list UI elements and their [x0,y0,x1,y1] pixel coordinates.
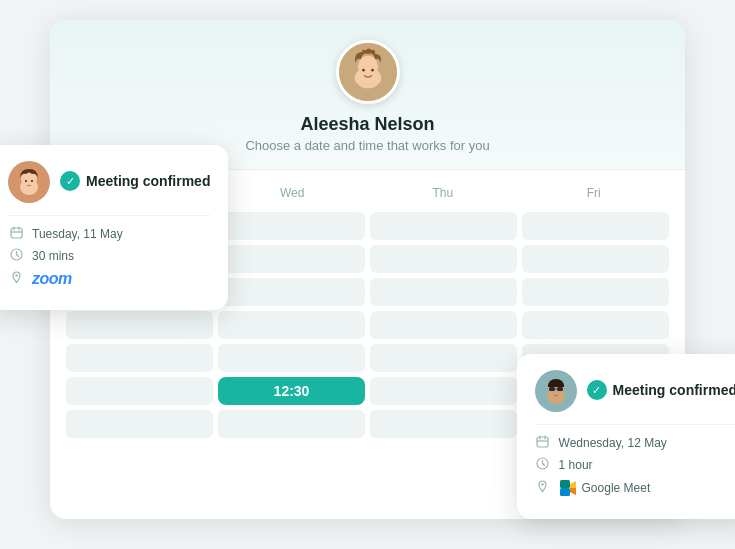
confirm-title-row-right: ✓ Meeting confirmed [587,380,735,400]
svg-line-30 [543,464,545,466]
slot-wed-5[interactable] [218,344,365,372]
slot-thu-2[interactable] [370,245,517,273]
detail-duration-right: 1 hour [535,457,735,473]
divider-right [535,424,735,425]
slot-thu-4[interactable] [370,311,517,339]
slot-tue-5[interactable] [66,344,213,372]
day-fri: Fri [518,182,669,204]
host-subtitle: Choose a date and time that works for yo… [245,138,489,153]
svg-rect-32 [560,480,570,488]
location-icon-left [8,271,24,287]
gmeet-text: Google Meet [582,481,651,495]
detail-duration-left: 30 mins [8,248,210,264]
divider-left [8,215,210,216]
svg-point-17 [15,274,17,276]
calendar-icon-right [535,435,551,451]
svg-point-2 [358,56,378,78]
slot-wed-7[interactable] [218,410,365,438]
detail-date-right: Wednesday, 12 May [535,435,735,451]
slot-wed-4[interactable] [218,311,365,339]
slot-fri-2[interactable] [522,245,669,273]
svg-rect-21 [549,387,555,391]
svg-rect-10 [11,228,22,238]
slot-tue-6[interactable] [66,377,213,405]
slot-wed-1230[interactable]: 12:30 [218,377,365,405]
confirmation-card-right: ✓ Meeting confirmed Wednesday, 12 May 1 … [517,354,735,519]
slot-thu-6[interactable] [370,377,517,405]
svg-marker-35 [570,488,576,495]
check-icon-left: ✓ [60,171,80,191]
location-icon-right [535,480,551,496]
svg-line-16 [16,255,18,257]
date-text-right: Wednesday, 12 May [559,436,667,450]
detail-location-right: Google Meet [535,479,735,497]
slot-thu-1[interactable] [370,212,517,240]
clock-icon-left [8,248,24,264]
date-text-left: Tuesday, 11 May [32,227,123,241]
calendar-icon-left [8,226,24,242]
confirm-title-right: Meeting confirmed [613,382,735,398]
slot-fri-3[interactable] [522,278,669,306]
avatar-right [535,370,577,412]
slot-fri-4[interactable] [522,311,669,339]
confirm-title-left: Meeting confirmed [86,173,210,189]
confirm-title-row-left: ✓ Meeting confirmed [60,171,210,191]
slot-tue-7[interactable] [66,410,213,438]
svg-rect-22 [557,387,563,391]
slot-thu-5[interactable] [370,344,517,372]
detail-location-left: zoom [8,270,210,288]
host-name: Aleesha Nelson [300,114,434,135]
svg-rect-33 [560,488,570,496]
duration-text-right: 1 hour [559,458,593,472]
host-avatar [336,40,400,104]
clock-icon-right [535,457,551,473]
svg-rect-24 [537,437,548,447]
slot-tue-4[interactable] [66,311,213,339]
slot-wed-3[interactable] [218,278,365,306]
avatar-left [8,161,50,203]
svg-point-9 [31,180,33,182]
svg-point-31 [541,483,543,485]
day-thu: Thu [368,182,519,204]
zoom-logo: zoom [32,270,72,288]
svg-point-3 [362,69,365,72]
slot-thu-7[interactable] [370,410,517,438]
svg-point-4 [371,69,374,72]
slot-thu-3[interactable] [370,278,517,306]
detail-date-left: Tuesday, 11 May [8,226,210,242]
slot-wed-1[interactable] [218,212,365,240]
check-icon-right: ✓ [587,380,607,400]
slot-wed-2[interactable] [218,245,365,273]
day-wed: Wed [217,182,368,204]
svg-point-8 [25,180,27,182]
duration-text-left: 30 mins [32,249,74,263]
confirmation-card-left: ✓ Meeting confirmed Tuesday, 11 May 30 m… [0,145,228,310]
slot-fri-1[interactable] [522,212,669,240]
google-meet-logo: Google Meet [559,479,651,497]
